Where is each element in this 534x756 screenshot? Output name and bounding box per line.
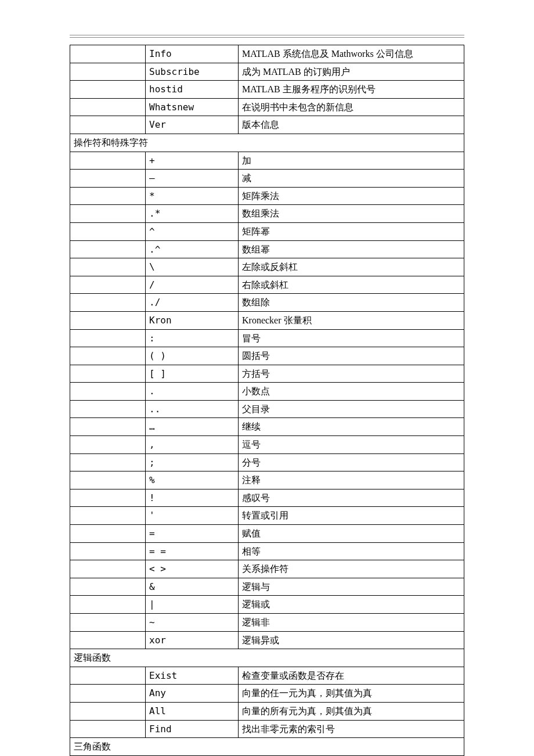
category-cell <box>70 63 146 81</box>
description-cell: 父目录 <box>239 400 464 418</box>
table-row: +加 <box>70 152 464 170</box>
table-row: < >关系操作符 <box>70 560 464 578</box>
description-cell: 减 <box>239 170 464 188</box>
table-row: .小数点 <box>70 383 464 401</box>
command-cell: . <box>146 383 239 401</box>
command-cell: — <box>146 170 239 188</box>
description-cell: 向量的任一元为真，则其值为真 <box>239 685 464 703</box>
category-cell <box>70 436 146 454</box>
table-row: |逻辑或 <box>70 596 464 614</box>
reference-table: InfoMATLAB 系统信息及 Mathworks 公司信息Subscribe… <box>70 45 464 756</box>
table-row: .^数组幂 <box>70 240 464 258</box>
category-cell <box>70 152 146 170</box>
table-row: /右除或斜杠 <box>70 276 464 294</box>
command-cell: hostid <box>146 81 239 99</box>
category-cell <box>70 81 146 99</box>
description-cell: 圆括号 <box>239 347 464 365</box>
command-cell: \ <box>146 258 239 276</box>
description-cell: 继续 <box>239 418 464 436</box>
command-cell: & <box>146 578 239 596</box>
command-cell: ~ <box>146 614 239 632</box>
description-cell: Kronecker 张量积 <box>239 311 464 329</box>
command-cell: .. <box>146 400 239 418</box>
table-row: ~逻辑非 <box>70 614 464 632</box>
category-cell <box>70 98 146 116</box>
description-cell: 版本信息 <box>239 116 464 134</box>
command-cell: ; <box>146 453 239 471</box>
command-cell: ^ <box>146 222 239 240</box>
category-cell <box>70 685 146 703</box>
command-cell: + <box>146 152 239 170</box>
category-cell <box>70 329 146 347</box>
description-cell: 感叹号 <box>239 489 464 507</box>
command-cell: ' <box>146 507 239 525</box>
command-cell: Any <box>146 685 239 703</box>
category-cell <box>70 702 146 720</box>
description-cell: 转置或引用 <box>239 507 464 525</box>
description-cell: 右除或斜杠 <box>239 276 464 294</box>
command-cell: ! <box>146 489 239 507</box>
section-header-row: 三角函数 <box>70 738 464 756</box>
table-row: ..父目录 <box>70 400 464 418</box>
section-header-row: 逻辑函数 <box>70 649 464 667</box>
category-cell <box>70 596 146 614</box>
description-cell: 矩阵幂 <box>239 222 464 240</box>
description-cell: 数组乘法 <box>239 205 464 223</box>
command-cell: ( ) <box>146 347 239 365</box>
category-cell <box>70 542 146 560</box>
command-cell: Subscribe <box>146 63 239 81</box>
description-cell: 矩阵乘法 <box>239 187 464 205</box>
description-cell: MATLAB 主服务程序的识别代号 <box>239 81 464 99</box>
category-cell <box>70 400 146 418</box>
category-cell <box>70 45 146 63</box>
description-cell: 相等 <box>239 542 464 560</box>
category-cell <box>70 489 146 507</box>
category-cell <box>70 222 146 240</box>
description-cell: 成为 MATLAB 的订购用户 <box>239 63 464 81</box>
category-cell <box>70 276 146 294</box>
table-row: '转置或引用 <box>70 507 464 525</box>
table-row: …继续 <box>70 418 464 436</box>
description-cell: MATLAB 系统信息及 Mathworks 公司信息 <box>239 45 464 63</box>
command-cell: … <box>146 418 239 436</box>
command-cell: , <box>146 436 239 454</box>
table-row: Exist检查变量或函数是否存在 <box>70 667 464 685</box>
table-row: ^矩阵幂 <box>70 222 464 240</box>
command-cell: Whatsnew <box>146 98 239 116</box>
table-row: = =相等 <box>70 542 464 560</box>
category-cell <box>70 614 146 632</box>
command-cell: = = <box>146 542 239 560</box>
description-cell: 逻辑异或 <box>239 631 464 649</box>
category-cell <box>70 187 146 205</box>
description-cell: 左除或反斜杠 <box>239 258 464 276</box>
table-row: —减 <box>70 170 464 188</box>
command-cell: .^ <box>146 240 239 258</box>
table-row: *矩阵乘法 <box>70 187 464 205</box>
description-cell: 逗号 <box>239 436 464 454</box>
description-cell: 检查变量或函数是否存在 <box>239 667 464 685</box>
table-row: KronKronecker 张量积 <box>70 311 464 329</box>
table-row: ./数组除 <box>70 294 464 312</box>
category-cell <box>70 560 146 578</box>
table-row: %注释 <box>70 471 464 489</box>
description-cell: 逻辑非 <box>239 614 464 632</box>
table-row: Whatsnew在说明书中未包含的新信息 <box>70 98 464 116</box>
table-row: !感叹号 <box>70 489 464 507</box>
document-page: InfoMATLAB 系统信息及 Mathworks 公司信息Subscribe… <box>70 35 464 756</box>
table-row: \左除或反斜杠 <box>70 258 464 276</box>
description-cell: 数组除 <box>239 294 464 312</box>
table-row: =赋值 <box>70 525 464 543</box>
header-divider-2 <box>70 37 464 38</box>
table-row: Ver版本信息 <box>70 116 464 134</box>
table-row: All向量的所有元为真，则其值为真 <box>70 702 464 720</box>
category-cell <box>70 418 146 436</box>
section-title: 操作符和特殊字符 <box>70 134 464 152</box>
category-cell <box>70 667 146 685</box>
description-cell: 关系操作符 <box>239 560 464 578</box>
table-row: xor逻辑异或 <box>70 631 464 649</box>
description-cell: 逻辑或 <box>239 596 464 614</box>
category-cell <box>70 631 146 649</box>
table-row: ( )圆括号 <box>70 347 464 365</box>
description-cell: 在说明书中未包含的新信息 <box>239 98 464 116</box>
category-cell <box>70 347 146 365</box>
